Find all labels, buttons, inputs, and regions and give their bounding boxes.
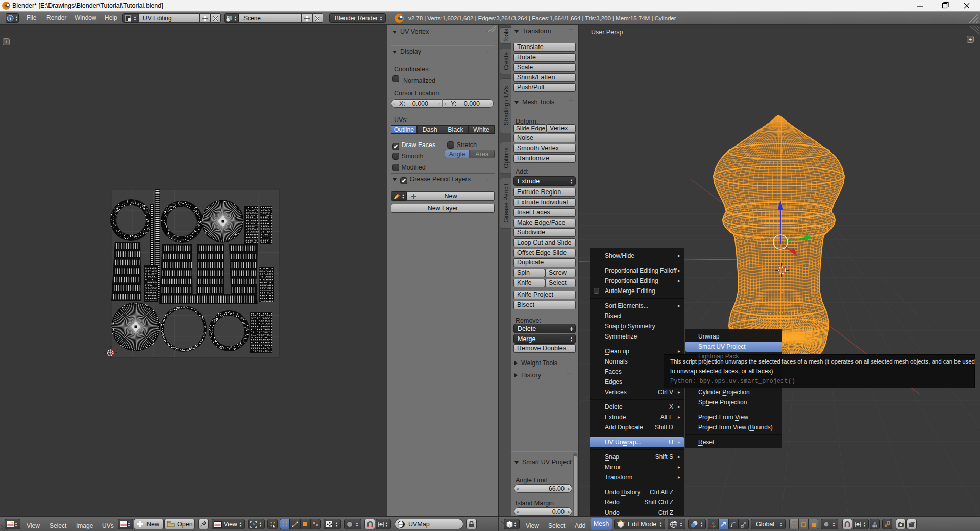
svg-text:i: i: [10, 16, 11, 21]
